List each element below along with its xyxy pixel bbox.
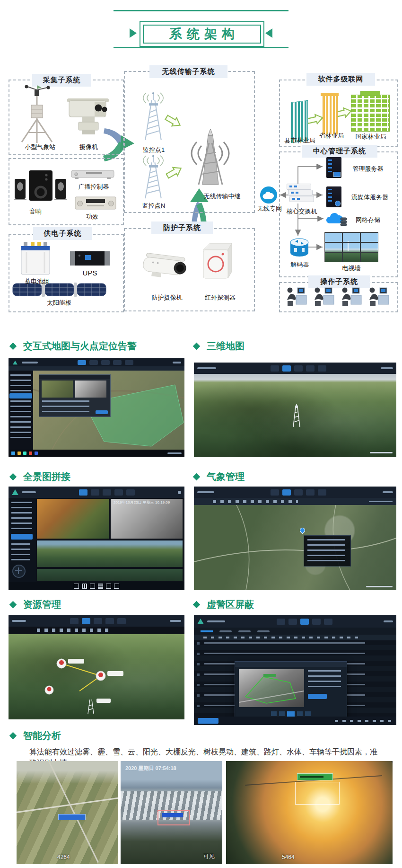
section-heading-3d-map: 三维地图 [194,340,245,353]
mini-tab-active [300,619,309,625]
mini-thumb-gray [75,381,106,398]
screenshot-panorama: 2019年10月23日 星期三 10:19:09 [9,487,184,590]
speakers-image [13,169,68,205]
mini-title-bar [197,491,214,493]
mini-footer-pagination [335,720,392,722]
mini-tab [324,619,332,625]
mini-mask-image [239,669,304,707]
label-national: 国家林业局 [352,133,390,141]
mini-popup-button [96,410,108,414]
tab-central: 中心管理子系统 [302,145,377,158]
screenshot-3d-map [194,363,396,457]
switch-slab [287,184,311,190]
mini-popup-button [308,694,327,699]
mini-tab-active [282,489,291,496]
photo-caption: 4264 [57,854,70,860]
mini-tab [101,360,110,365]
mini-sidebar-items [10,374,31,441]
mini-tree-items [11,502,32,530]
heading-text: 智能分析 [23,729,61,742]
label-siteN: 监控点N [132,202,175,210]
mini-satellite-map [194,505,396,590]
mini-tab-active [78,360,86,365]
label-storage: 网络存储 [350,216,386,224]
diamond-bullet-icon [9,732,17,740]
page: 系统架构 [0,0,402,868]
heading-text: 资源管理 [23,598,61,611]
mini-tab [306,365,315,372]
mini-table [194,635,396,717]
section-heading-analysis: 智能分析 [10,729,61,742]
mini-tab [318,489,326,496]
label-switch: 核心交换机 [282,207,322,216]
tab-software: 软件多级联网 [306,73,375,86]
tv-wall-grid [325,232,378,262]
amplifier-image [75,196,116,211]
mini-title-bar [22,491,36,493]
tab-protection: 防护子系统 [151,221,213,234]
mini-table-header [194,635,396,640]
mini-bottom-toolbar [9,582,184,590]
mini-tab [94,618,102,624]
label-tvwall: 电视墙 [337,264,366,273]
label-camera: 摄像机 [69,143,109,151]
label-stream-server: 流媒体服务器 [346,193,393,202]
photo-aerial-fields: 4264 [17,761,118,864]
grid-icon [74,584,79,589]
diamond-bullet-icon [9,601,17,609]
national-building-roof [360,91,380,96]
broadcast-controller-image [71,168,114,180]
protective-camera-image [138,251,195,289]
mini-header-cells [203,637,359,638]
page-current [287,711,295,717]
section-heading-weather: 气象管理 [194,470,245,483]
page-next-icon [297,711,303,716]
label-decoder: 解码器 [286,260,314,269]
mini-tab [271,489,279,496]
photo-sunset: 5464 [226,761,393,864]
mini-logo-icon [197,619,204,624]
mini-logo-icon [13,360,17,364]
bell-icon [178,491,181,494]
mini-toolbar [9,366,184,371]
mini-markers [9,634,184,719]
mini-tab [318,365,326,372]
mini-popup [39,374,111,417]
server-slots [328,159,332,174]
ups-image [70,250,110,267]
heading-text: 虚警区屏蔽 [207,598,254,611]
mini-tab-active [82,618,90,624]
mini-tab [125,360,133,365]
label-wan: 无线专网 [253,204,286,213]
mini-tool-icons [37,629,113,632]
tab-power: 供电子系统 [33,227,92,240]
label-county: 县市林业局 [280,136,320,145]
ptz-camera-image [65,93,112,141]
label-amp: 功效 [78,213,106,221]
label-ups: UPS [73,269,106,277]
switch-slab [289,196,314,202]
photo-road [44,761,99,863]
section-heading-interactive-map: 交互式地图与火点定位告警 [10,340,137,353]
tab-wireless: 无线传输子系统 [149,65,227,78]
mini-user-bar [173,362,181,363]
mini-tab [294,489,303,496]
mini-panorama-strip [37,540,183,567]
mini-tab [277,619,285,625]
detection-box [157,810,190,825]
section-heading-panorama: 全景图拼接 [10,470,70,483]
label-mgmt-server: 管理服务器 [347,165,389,173]
tab-collection: 采集子系统 [32,74,91,87]
mini-footer-button [198,718,218,724]
label-battery: 蓄电池组 [17,277,57,286]
mini-terrain [9,634,184,719]
mini-sidebar-active [9,393,32,399]
mini-footer [194,717,396,725]
national-building-image [351,95,390,132]
windows-start-icon [11,452,15,455]
mini-tab [126,489,135,496]
province-building-roof [321,93,339,96]
label-weather-station: 小型气象站 [14,143,66,151]
switch-slab [288,190,313,196]
photo-timestamp: 2020 星期日 07:54:18 [125,766,176,771]
